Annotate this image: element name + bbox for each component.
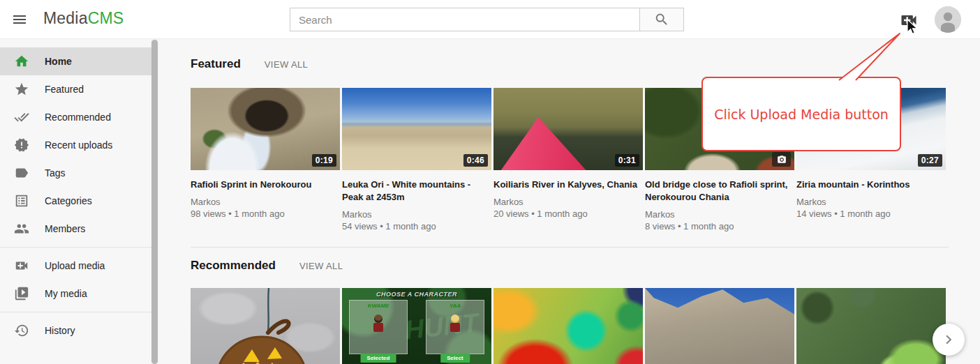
recommended-video-row: CHOOSE A CHARACTER HUNT KWAME Selected Y… [191,288,980,364]
sidebar-item-my-media[interactable]: My media [0,280,151,308]
logo[interactable]: MediaCMS [43,9,124,28]
sidebar-item-members[interactable]: Members [0,215,151,243]
callout-pointer [838,29,907,81]
video-library-icon [14,286,29,301]
sidebar: Home Featured Recommended Recent uploads… [0,39,159,364]
home-icon [14,54,29,69]
sidebar-item-categories[interactable]: Categories [0,187,151,215]
duration-badge: 0:31 [615,154,639,167]
sidebar-main-group: Home Featured Recommended Recent uploads… [0,43,159,247]
video-meta: 8 views • 1 month ago [645,220,794,233]
sidebar-item-label: Upload media [45,260,105,271]
recommended-section-header: Recommended VIEW ALL [191,259,980,273]
sidebar-item-label: My media [45,288,87,299]
history-icon [14,323,29,338]
sidebar-item-recommended[interactable]: Recommended [0,103,151,131]
video-meta: 14 views • 1 month ago [796,208,946,220]
sidebar-item-home[interactable]: Home [0,47,151,75]
video-author[interactable]: Markos [342,208,491,220]
view-all-link[interactable]: VIEW ALL [299,261,343,271]
video-title[interactable]: Rafioli Sprint in Nerokourou [191,179,340,191]
sidebar-item-featured[interactable]: Featured [0,75,151,103]
duration-badge: 0:27 [918,154,942,167]
video-author[interactable]: Markos [796,196,946,208]
pumpkin-illustration [191,288,340,364]
video-meta: 20 views • 1 month ago [493,208,643,220]
video-card[interactable]: 0:31 Koiliaris River in Kalyves, Chania … [493,88,643,233]
video-meta: 98 views • 1 month ago [191,208,340,220]
game-character-panel: YAA Select [426,300,484,354]
sidebar-history-group: History [0,312,159,349]
sidebar-item-tags[interactable]: Tags [0,159,151,187]
video-card[interactable] [191,288,340,364]
tag-icon [14,165,29,181]
game-character-name: KWAME [350,303,407,309]
carousel-next-button[interactable] [933,324,965,356]
game-header-text: CHOOSE A CHARACTER [342,291,491,298]
categories-icon [14,193,29,208]
sidebar-item-label: Categories [45,195,92,206]
duration-badge: 0:19 [312,154,336,167]
video-author[interactable]: Markos [645,208,794,220]
logo-cms: CMS [88,9,124,27]
video-author[interactable]: Markos [493,196,643,208]
callout-text: Click Upload Media button [714,107,889,122]
video-card[interactable] [796,288,946,364]
sidebar-item-upload-media[interactable]: Upload media [0,252,151,280]
video-title[interactable]: Koiliaris River in Kalyves, Chania [493,179,643,191]
video-title[interactable]: Leuka Ori - White mountains - Peak at 24… [342,179,491,204]
video-card[interactable]: 0:46 Leuka Ori - White mountains - Peak … [342,88,491,233]
sidebar-item-label: Tags [45,167,66,179]
video-thumbnail[interactable]: 0:19 [191,88,340,170]
star-icon [14,82,29,97]
game-character-name: YAA [426,303,484,309]
sidebar-item-label: Members [45,223,85,234]
game-character-panel: KWAME Selected [349,300,408,354]
mouse-cursor-icon [905,19,919,36]
sidebar-item-label: History [45,325,75,336]
search-button[interactable] [639,8,684,31]
section-title: Featured [191,57,241,71]
video-thumbnail[interactable] [493,288,643,364]
menu-icon[interactable] [11,11,28,28]
video-author[interactable]: Markos [191,196,340,208]
video-thumbnail[interactable] [645,288,794,364]
sidebar-item-label: Recent uploads [45,139,112,151]
sidebar-item-recent-uploads[interactable]: Recent uploads [0,131,151,159]
logo-media: Media [43,9,88,27]
sidebar-item-label: Home [45,56,72,67]
sidebar-scrollbar-thumb[interactable] [151,40,158,364]
search-icon [654,12,669,27]
game-selected-button: Selected [361,354,396,363]
section-divider [191,247,949,248]
video-card[interactable]: CHOOSE A CHARACTER HUNT KWAME Selected Y… [342,288,491,364]
video-card[interactable] [645,288,794,364]
video-thumbnail[interactable] [796,288,946,364]
search-input[interactable] [290,8,640,31]
video-thumbnail[interactable]: 0:46 [342,88,491,170]
video-card[interactable] [493,288,643,364]
camera-icon [772,152,791,167]
duration-badge: 0:46 [463,154,488,167]
video-card[interactable]: 0:19 Rafioli Sprint in Nerokourou Markos… [191,88,340,233]
upload-media-icon [14,258,29,273]
sidebar-media-group: Upload media My media [0,248,159,312]
avatar[interactable] [935,6,961,33]
callout-tooltip: Click Upload Media button [701,77,901,151]
video-thumbnail[interactable] [191,288,340,364]
video-thumbnail-game[interactable]: CHOOSE A CHARACTER HUNT KWAME Selected Y… [342,288,491,364]
video-title[interactable]: Old bridge close to Rafioli sprint, Nero… [645,179,794,204]
sidebar-item-label: Featured [45,84,84,95]
chevron-right-icon [940,331,958,349]
view-all-link[interactable]: VIEW ALL [265,59,308,70]
new-releases-icon [14,137,29,153]
sidebar-item-history[interactable]: History [0,317,151,344]
video-thumbnail[interactable]: 0:31 [493,88,643,170]
video-meta: 54 views • 1 month ago [342,220,491,233]
game-select-button: Select [440,354,470,363]
game-character-sprite [372,314,385,335]
game-character-sprite [449,314,461,335]
done-all-icon [14,109,29,125]
section-title: Recommended [191,259,276,273]
video-title[interactable]: Ziria mountain - Korinthos [796,179,946,191]
